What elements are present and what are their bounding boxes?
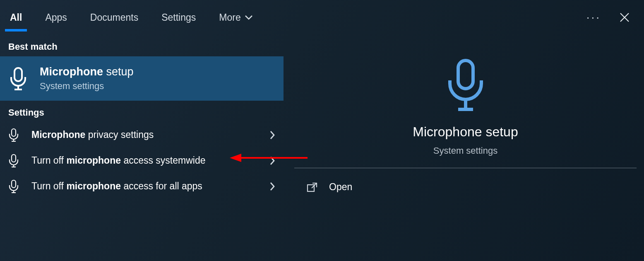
- svg-rect-17: [308, 185, 314, 191]
- best-match-result[interactable]: Microphone setup System settings: [0, 56, 284, 101]
- svg-rect-0: [14, 68, 22, 81]
- svg-rect-9: [12, 180, 16, 188]
- svg-rect-14: [458, 60, 473, 89]
- best-match-heading: Best match: [0, 35, 284, 56]
- close-button[interactable]: [619, 12, 630, 23]
- best-match-title: Microphone setup: [40, 65, 134, 78]
- svg-rect-3: [12, 129, 16, 136]
- tab-all-label: All: [10, 12, 22, 23]
- best-match-subtitle: System settings: [40, 81, 134, 92]
- settings-item-privacy[interactable]: Microphone privacy settings: [0, 122, 284, 148]
- search-tabs: All Apps Documents Settings More ···: [0, 0, 644, 35]
- tab-apps-label: Apps: [45, 12, 67, 23]
- microphone-icon: [8, 179, 19, 193]
- preview-panel: Microphone setup System settings Open: [284, 35, 644, 261]
- settings-item-label: Microphone privacy settings: [31, 128, 269, 141]
- more-options-button[interactable]: ···: [586, 11, 601, 24]
- chevron-right-icon: [269, 182, 275, 191]
- settings-item-access-all-apps[interactable]: Turn off microphone access for all apps: [0, 174, 284, 199]
- tab-all[interactable]: All: [10, 0, 22, 35]
- tab-settings-label: Settings: [161, 12, 196, 23]
- open-icon: [307, 182, 317, 192]
- preview-subtitle: System settings: [433, 145, 497, 156]
- microphone-icon: [8, 154, 19, 168]
- tab-documents[interactable]: Documents: [90, 0, 138, 35]
- microphone-icon: [443, 57, 488, 115]
- settings-item-label: Turn off microphone access systemwide: [31, 154, 269, 167]
- open-action[interactable]: Open: [307, 178, 644, 196]
- preview-title: Microphone setup: [413, 124, 518, 140]
- settings-item-label: Turn off microphone access for all apps: [31, 180, 269, 193]
- microphone-icon: [8, 66, 28, 91]
- tab-settings[interactable]: Settings: [161, 0, 196, 35]
- tab-documents-label: Documents: [90, 12, 138, 23]
- chevron-right-icon: [269, 156, 275, 165]
- settings-item-access-systemwide[interactable]: Turn off microphone access systemwide: [0, 148, 284, 174]
- chevron-right-icon: [269, 130, 275, 140]
- open-label: Open: [329, 181, 352, 193]
- svg-rect-6: [12, 155, 16, 162]
- tab-more-label: More: [219, 12, 240, 23]
- tab-more[interactable]: More: [219, 0, 252, 35]
- microphone-icon: [8, 128, 19, 142]
- tab-apps[interactable]: Apps: [45, 0, 67, 35]
- settings-heading: Settings: [0, 101, 284, 122]
- results-panel: Best match Microphone setup System setti…: [0, 35, 284, 261]
- chevron-down-icon: [245, 15, 252, 20]
